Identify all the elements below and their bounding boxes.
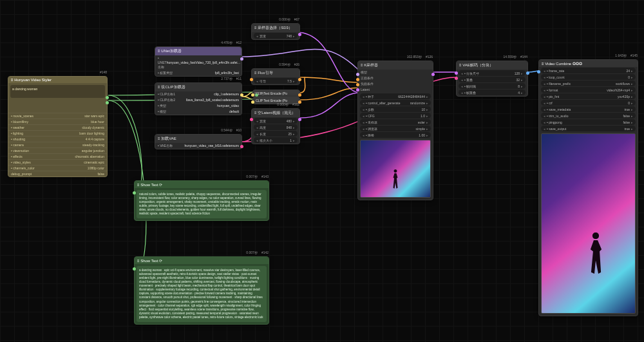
input-port-latent[interactable]	[356, 88, 359, 91]
text-display: a dancing woman · epic sci-fi space envi…	[137, 266, 267, 322]
widget-• 调度器[interactable]: • 调度器simple	[360, 126, 431, 131]
node-title[interactable]: ≡ Show Text ⟳	[135, 181, 269, 188]
widget-• 帧重叠[interactable]: • 帧重叠4	[459, 90, 526, 95]
widget-• crf[interactable]: • crf0	[541, 100, 636, 106]
widget-• 重叠[interactable]: • 重叠32	[459, 77, 526, 82]
widget-• pingpong[interactable]: • pingpongfalse	[541, 119, 636, 125]
widget-长度[interactable]: 长度25	[254, 131, 298, 137]
widget-• 帧间隔[interactable]: • 帧间隔8	[459, 83, 526, 89]
param-debug_prompt[interactable]: debug_promptfalse	[8, 171, 107, 176]
node-vae-decode-tiled[interactable]: 14.559秒#144 ≡ VAE解码（分块） • 分块尺寸128• 重叠32•…	[456, 61, 528, 97]
output-port-cond[interactable]	[298, 93, 301, 97]
output-port-latent[interactable]	[298, 118, 301, 121]
row-• 权重类型[interactable]: • 权重类型fp8_e4m3fn_fast	[155, 70, 242, 76]
input-port-negative[interactable]	[356, 83, 359, 86]
input-port-samples[interactable]	[455, 71, 458, 75]
widget-• 降噪[interactable]: • 降噪1.00	[360, 132, 431, 138]
output-port-model[interactable]	[240, 57, 243, 61]
widget-• filename_prefix[interactable]: • filename_prefixworkflows	[541, 81, 636, 86]
output-port-image[interactable]	[526, 71, 529, 75]
widget-• 采样器[interactable]: • 采样器euler	[360, 119, 431, 125]
widget-• loop_count[interactable]: • loop_count0	[541, 74, 636, 80]
widget-引导[interactable]: 引导7.5	[254, 78, 298, 84]
node-show-text-1[interactable]: 0.007秒#143 ≡ Show Text ⟳ natural colors,…	[134, 180, 269, 221]
widget-• CFG[interactable]: • CFG1.0	[360, 113, 431, 119]
node-title[interactable]: ≡ UNet加载器	[155, 47, 242, 55]
node-dual-clip-loader[interactable]: 2.737秒#11 ≡ 双CLIP加载器 • CLIP名称1clip_l.saf…	[155, 82, 242, 115]
param-• channels_color[interactable]: • channels_color1080p color	[8, 165, 107, 171]
widget-• 步数[interactable]: • 步数10	[360, 106, 431, 112]
node-title[interactable]: ≡ 空Latent视频（混元）	[252, 109, 299, 117]
output-port-vae[interactable]	[240, 145, 243, 148]
node-flux-guidance[interactable]: 0.594秒#26 ≡ Flux引导 引导7.5	[251, 68, 300, 85]
node-ksampler[interactable]: 102.853秒#126 ≡ K采样器 模型 正面条件 负面条件 Latent …	[357, 61, 433, 200]
param-• lighting[interactable]: • lightingbarn door lighting	[8, 130, 107, 136]
input-port-vae[interactable]	[250, 118, 253, 121]
output-port-cond[interactable]	[298, 78, 301, 81]
output-port-clip[interactable]	[240, 93, 243, 97]
widget-• pix_fmt[interactable]: • pix_fmtyuv420p	[541, 93, 636, 99]
input-port-images[interactable]	[537, 70, 540, 73]
param-• movie_scenes[interactable]: • movie_scenesstar wars epic	[8, 113, 107, 119]
param-• effects[interactable]: • effectschromatic aberration	[8, 153, 107, 159]
row-• VAE名称[interactable]: • VAE名称hunyuan_video_vae_bf16.safetensor…	[155, 143, 242, 149]
widget-宽度[interactable]: 宽度480	[254, 118, 298, 124]
preview-video	[541, 133, 636, 314]
widget-批次大小[interactable]: 批次大小1	[254, 137, 298, 143]
node-title[interactable]: ≡ Hunyuan Video Styler	[8, 77, 107, 83]
row-• UNET名称[interactable]: • UNET名称hunyuan_video_fastVideo_720_fp8_…	[155, 55, 242, 70]
row-• CLIP名称1[interactable]: • CLIP名称1clip_l.safetensors	[155, 91, 242, 97]
node-empty-latent-video[interactable]: 0.000秒#162 ≡ 空Latent视频（混元） 宽度480高度848长度2…	[251, 108, 300, 144]
node-unet-loader[interactable]: 4.476秒#12 ≡ UNet加载器 • UNET名称hunyuan_vide…	[155, 46, 242, 77]
param-• viewmotion[interactable]: • viewmotionangular junction	[8, 147, 107, 153]
node-title[interactable]: ≡ 采样器选择（SD3）	[252, 24, 299, 32]
widget-• 种子[interactable]: • 种子662244428484644	[360, 93, 431, 99]
preview-image	[360, 140, 431, 198]
widget-• save_metadata[interactable]: • save_metadatatrue	[541, 106, 636, 112]
param-• video_styles[interactable]: • video_stylescinematic epic	[8, 159, 107, 165]
input-port-vae[interactable]	[455, 77, 458, 80]
node-title[interactable]: ≡ 双CLIP加载器	[155, 83, 242, 91]
widget-• frame_rate[interactable]: • frame_rate24	[541, 68, 636, 73]
row-• 模型[interactable]: • 模型default	[155, 109, 242, 115]
widget-高度[interactable]: 高度848	[254, 124, 298, 130]
param-• shooting[interactable]: • shooting4:4:4 capture	[8, 136, 107, 142]
input-port-text[interactable]	[133, 191, 136, 195]
node-title[interactable]: ≡ Show Text ⟳	[135, 257, 269, 264]
node-title[interactable]: ≡ Video Combine ✪✪✪	[539, 60, 638, 67]
input-port-cond[interactable]	[250, 78, 253, 81]
node-title[interactable]: ≡ K采样器	[358, 61, 433, 70]
widget-• 分块尺寸[interactable]: • 分块尺寸128	[459, 70, 526, 76]
text-display: natural colors, subtle tones, realistic …	[137, 190, 267, 218]
node-title[interactable]: ≡ 加载VAE	[155, 135, 242, 143]
row-• CLIP名称2[interactable]: • CLIP名称2llava_llama3_fp8_scaled.safeten…	[155, 97, 242, 103]
node-sampler-select-sd3[interactable]: 0.000秒#67 ≡ 采样器选择（SD3） 宽度748	[251, 23, 300, 40]
input-port-text[interactable]	[133, 267, 136, 271]
input-port-clip[interactable]	[251, 100, 254, 104]
widget-• trim_to_audio[interactable]: • trim_to_audiofalse	[541, 113, 636, 119]
output-port-text-pos[interactable]	[106, 96, 109, 99]
output-port-latent[interactable]	[431, 73, 435, 76]
param-• camera[interactable]: • camerasteady-tracking	[8, 142, 107, 147]
node-hunyuan-video-styler[interactable]: #148 ≡ Hunyuan Video Styler a dancing wo…	[8, 76, 108, 177]
node-video-combine[interactable]: 1.643秒#145 ≡ Video Combine ✪✪✪ • frame_r…	[538, 59, 638, 316]
input-port-model[interactable]	[356, 73, 359, 76]
output-port-latent[interactable]	[298, 33, 301, 36]
param-• weather[interactable]: • weathercloudy dynamic	[8, 124, 107, 130]
widget-• save_output[interactable]: • save_outputtrue	[541, 126, 636, 131]
node-title[interactable]: ≡ Flux引导	[252, 69, 299, 77]
output-port-text-neg[interactable]	[106, 101, 109, 104]
node-id: #148	[100, 70, 107, 74]
node-title[interactable]: ≡ VAE解码（分块）	[457, 61, 527, 70]
node-vae-loader[interactable]: 0.544秒#10 ≡ 加载VAE • VAE名称hunyuan_video_v…	[155, 134, 242, 149]
widget-• control_after_generate[interactable]: • control_after_generaterandomize	[360, 100, 431, 106]
widget-• format[interactable]: • formatvideo/h264-mp4	[541, 87, 636, 93]
prompt-input[interactable]: a dancing woman	[10, 85, 105, 98]
input-port-positive[interactable]	[356, 78, 359, 81]
node-show-text-2[interactable]: 0.007秒#142 ≡ Show Text ⟳ a dancing woman…	[134, 256, 269, 325]
param-• bloomfilmy[interactable]: • bloomfilmyblue hour	[8, 119, 107, 124]
widget-宽度[interactable]: 宽度748	[254, 33, 298, 39]
row-• 类型[interactable]: • 类型hunyuan_video	[155, 103, 242, 109]
